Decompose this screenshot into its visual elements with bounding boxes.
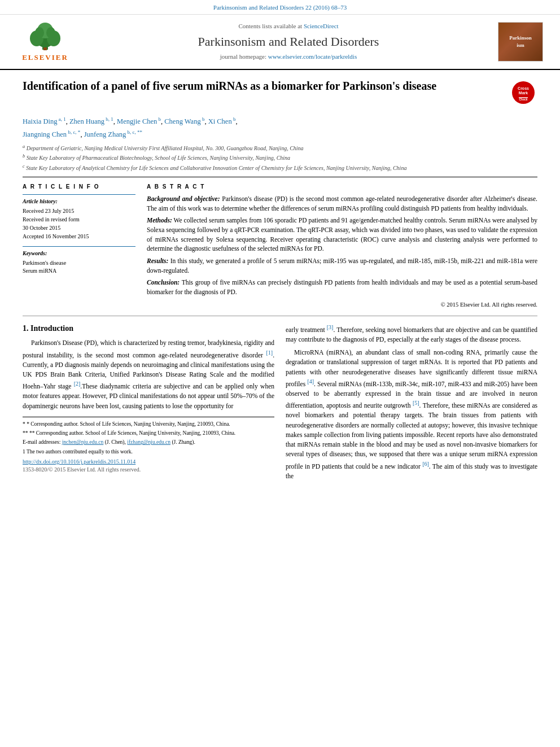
- intro-number: 1.: [23, 324, 29, 333]
- article-history-block: Article history: Received 23 July 2015 R…: [23, 194, 135, 241]
- footnote-star2: ** ** Corresponding author. School of Li…: [23, 430, 274, 437]
- introduction-left: 1. Introduction Parkinson's Disease (PD)…: [23, 323, 274, 484]
- journal-header: ELSEVIER Contents lists available at Sci…: [0, 15, 560, 69]
- background-label: Background and objective:: [147, 195, 220, 202]
- journal-reference-bar: Parkinsonism and Related Disorders 22 (2…: [0, 0, 560, 15]
- journal-cover-area: Parkinsonism: [498, 22, 549, 62]
- journal-cover-image: Parkinsonism: [498, 22, 543, 62]
- author-jiangning-chen: Jiangning Chen: [23, 130, 67, 138]
- abstract-background: Background and objective: Parkinson's di…: [147, 194, 537, 213]
- info-abstract-columns: A R T I C L E I N F O Article history: R…: [23, 183, 537, 309]
- abstract-results: Results: In this study, we generated a p…: [147, 256, 537, 275]
- author-haixia-ding: Haixia Ding: [23, 117, 57, 125]
- keywords-label: Keywords:: [23, 250, 135, 257]
- results-text: In this study, we generated a profile of…: [147, 257, 537, 274]
- copyright-line: © 2015 Elsevier Ltd. All rights reserved…: [147, 300, 537, 309]
- footnotes-block: * * Corresponding author. School of Life…: [23, 417, 274, 474]
- footnote-note1: 1 The two authors contributed equally to…: [23, 448, 274, 456]
- keyword-2: Serum miRNA: [23, 267, 135, 275]
- footnote-star1: * * Corresponding author. School of Life…: [23, 421, 274, 428]
- keywords-block: Keywords: Parkinson's disease Serum miRN…: [23, 246, 135, 275]
- svg-point-5: [35, 27, 44, 38]
- intro-title: Introduction: [30, 324, 73, 333]
- svg-text:Mark: Mark: [519, 91, 528, 95]
- email-link-2[interactable]: jfzhang@nju.edu.cn: [127, 439, 170, 445]
- footnote-email: E-mail addresses: jnchen@nju.edu.cn (J. …: [23, 439, 274, 446]
- elsevier-tree-icon: [23, 20, 68, 51]
- history-label: Article history:: [23, 198, 135, 206]
- journal-main-title: Parkinsonism and Related Disorders: [85, 33, 492, 51]
- crossmark-badge[interactable]: Cross Mark Check: [512, 81, 537, 107]
- svg-point-6: [46, 27, 55, 38]
- section-divider-1: [23, 177, 537, 177]
- authors-line-2: Jiangning Chen b, c, *, Junfeng Zhang b,…: [23, 129, 537, 140]
- journal-title-area: Contents lists available at ScienceDirec…: [79, 22, 498, 62]
- publisher-logo-area: ELSEVIER: [11, 20, 79, 63]
- author-mengjie-chen: Mengjie Chen: [117, 117, 157, 125]
- intro-heading: 1. Introduction: [23, 323, 274, 334]
- abstract-heading: A B S T R A C T: [147, 183, 537, 191]
- article-info-column: A R T I C L E I N F O Article history: R…: [23, 183, 135, 309]
- article-info-heading: A R T I C L E I N F O: [23, 183, 135, 191]
- affiliation-b: b State Key Laboratory of Pharmaceutical…: [23, 153, 537, 162]
- affiliation-a: a Department of Geriatric, Nanjing Medic…: [23, 143, 537, 152]
- methods-text: We collected serum samples from 106 spor…: [147, 217, 537, 252]
- revised-date: 30 October 2015: [23, 224, 135, 232]
- intro-body-text: Parkinson's Disease (PD), which is chara…: [23, 338, 274, 410]
- abstract-conclusion: Conclusion: This group of five miRNAs ca…: [147, 278, 537, 296]
- doi-link[interactable]: http://dx.doi.org/10.1016/j.parkreldis.2…: [23, 458, 274, 466]
- abstract-column: A B S T R A C T Background and objective…: [147, 183, 537, 309]
- affiliation-c: c State Key Laboratory of Analytical Che…: [23, 163, 537, 172]
- intro-paragraph-1: Parkinson's Disease (PD), which is chara…: [23, 338, 274, 410]
- author-junfeng-zhang: Junfeng Zhang: [84, 130, 126, 138]
- abstract-text-block: Background and objective: Parkinson's di…: [147, 194, 537, 309]
- received-date: Received 23 July 2015: [23, 207, 135, 215]
- conclusion-label: Conclusion:: [147, 279, 180, 286]
- author-xi-chen: Xi Chen: [208, 117, 232, 125]
- journal-homepage-link[interactable]: www.elsevier.com/locate/parkreldis: [268, 53, 357, 60]
- crossmark-icon: Cross Mark Check: [512, 81, 535, 104]
- authors-line: Haixia Ding a, 1, Zhen Huang b, 1, Mengj…: [23, 116, 537, 127]
- article-content: Identification of a panel of five serum …: [0, 70, 560, 493]
- issn-line: 1353-8020/© 2015 Elsevier Ltd. All right…: [23, 466, 274, 474]
- svg-rect-7: [43, 47, 47, 50]
- journal-homepage-line: journal homepage: www.elsevier.com/locat…: [85, 53, 492, 61]
- intro-right-para-1: early treatment [3]. Therefore, seeking …: [286, 323, 537, 344]
- svg-text:Check: Check: [519, 98, 527, 101]
- section-divider-2: [23, 316, 537, 316]
- introduction-right: early treatment [3]. Therefore, seeking …: [286, 323, 537, 484]
- intro-right-text: early treatment [3]. Therefore, seeking …: [286, 323, 537, 481]
- elsevier-wordmark: ELSEVIER: [22, 53, 68, 63]
- abstract-methods: Methods: We collected serum samples from…: [147, 216, 537, 254]
- conclusion-text: This group of five miRNAs can precisely …: [147, 279, 537, 295]
- author-cheng-wang: Cheng Wang: [164, 117, 200, 125]
- affiliations-block: a Department of Geriatric, Nanjing Medic…: [23, 143, 537, 172]
- article-title: Identification of a panel of five serum …: [23, 78, 506, 93]
- contents-line: Contents lists available at ScienceDirec…: [85, 22, 492, 30]
- svg-text:Cross: Cross: [518, 86, 529, 90]
- elsevier-logo: ELSEVIER: [11, 20, 79, 63]
- email-link-1[interactable]: jnchen@nju.edu.cn: [62, 439, 104, 445]
- article-title-section: Identification of a panel of five serum …: [23, 78, 537, 111]
- intro-right-para-2: MicroRNA (miRNA), an abundant class of s…: [286, 348, 537, 481]
- results-label: Results:: [147, 257, 168, 264]
- sciencedirect-link[interactable]: ScienceDirect: [304, 23, 339, 29]
- accepted-date: Accepted 16 November 2015: [23, 233, 135, 241]
- author-zhen-huang: Zhen Huang: [69, 117, 104, 125]
- keyword-1: Parkinson's disease: [23, 259, 135, 267]
- journal-ref-text: Parkinsonism and Related Disorders 22 (2…: [213, 4, 347, 11]
- introduction-section: 1. Introduction Parkinson's Disease (PD)…: [23, 323, 537, 484]
- received-revised-label: Received in revised form: [23, 216, 135, 224]
- methods-label: Methods:: [147, 217, 172, 224]
